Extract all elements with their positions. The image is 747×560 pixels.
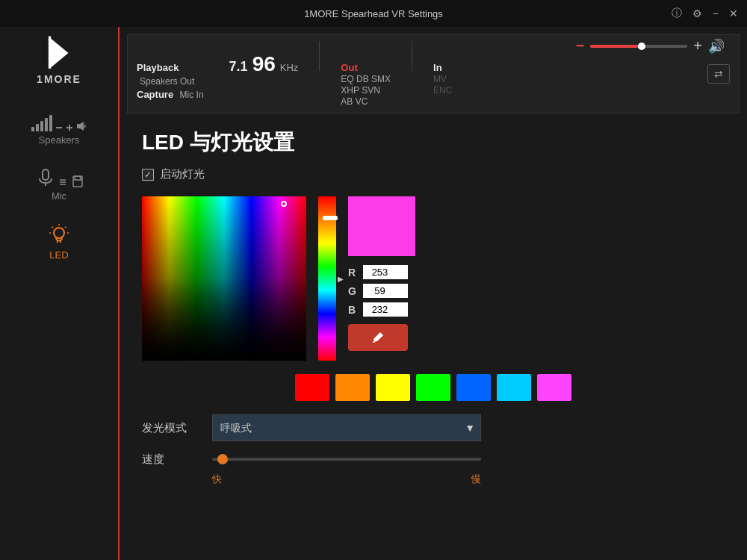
mode-select-wrap: 呼吸式 常亮 渐变 闪烁 ▼ bbox=[212, 414, 481, 441]
mic-save-icon bbox=[72, 175, 83, 187]
hue-thumb bbox=[323, 216, 338, 220]
speakers-icon-area bbox=[31, 113, 87, 131]
mic-icon bbox=[35, 167, 56, 187]
logo-icon bbox=[40, 34, 78, 72]
content-area: Playback Speakers Out Capture Mic In 7.1… bbox=[120, 27, 747, 560]
volume-minus[interactable]: − bbox=[576, 37, 585, 55]
apply-color-button[interactable] bbox=[348, 324, 408, 351]
gear-icon[interactable]: ⚙ bbox=[692, 7, 702, 19]
playback-label: Playback bbox=[137, 62, 179, 73]
logo-text: 1MORE bbox=[37, 73, 81, 85]
speaker-small-icon bbox=[76, 121, 87, 131]
color-controls: R G B bbox=[348, 196, 415, 351]
page-title: LED 与灯光设置 bbox=[142, 128, 725, 157]
sidebar-item-speakers[interactable]: Speakers bbox=[0, 100, 118, 153]
svg-marker-6 bbox=[80, 122, 84, 131]
mode-label: 发光模式 bbox=[142, 421, 202, 435]
led-icon bbox=[47, 223, 71, 246]
window-controls: ⓘ ⚙ − ✕ bbox=[672, 7, 738, 20]
playback-section: Playback Speakers Out Capture Mic In bbox=[137, 60, 204, 101]
svg-line-21 bbox=[52, 227, 54, 228]
swatch-yellow[interactable] bbox=[376, 374, 410, 401]
speed-track[interactable] bbox=[212, 458, 481, 461]
svg-point-15 bbox=[54, 228, 64, 238]
sidebar: 1MORE Speakers bbox=[0, 27, 120, 560]
swatch-red[interactable] bbox=[295, 374, 329, 401]
r-label: R bbox=[348, 267, 359, 279]
sidebar-item-led-label: LED bbox=[49, 249, 68, 261]
speed-slider-wrap bbox=[212, 452, 481, 467]
volume-plus[interactable]: + bbox=[693, 37, 702, 55]
sidebar-item-mic-label: Mic bbox=[52, 190, 66, 202]
volume-control: − + 🔊 bbox=[576, 37, 725, 55]
info-icon[interactable]: ⓘ bbox=[672, 7, 682, 20]
app-title: 1MORE Spearhead VR Settings bbox=[304, 8, 443, 19]
plus-icon bbox=[66, 124, 73, 131]
close-icon[interactable]: ✕ bbox=[729, 7, 738, 19]
mic-icon-area bbox=[35, 167, 83, 187]
sidebar-item-led[interactable]: LED bbox=[0, 209, 118, 268]
volume-slider[interactable] bbox=[590, 45, 687, 48]
minus-icon bbox=[55, 124, 63, 131]
svg-rect-1 bbox=[49, 37, 51, 69]
swap-button[interactable]: ⇄ bbox=[707, 64, 730, 84]
out-section: Out EQ DB SMX XHP SVN AB VC bbox=[341, 62, 391, 107]
r-row: R bbox=[348, 265, 408, 279]
header-divider bbox=[319, 41, 320, 71]
sidebar-item-mic[interactable]: Mic bbox=[0, 153, 118, 209]
logo-area: 1MORE bbox=[37, 34, 81, 85]
gradient-picker[interactable] bbox=[142, 196, 306, 361]
color-picker-area: ▶ R G B bbox=[142, 196, 725, 361]
speed-label: 速度 bbox=[142, 452, 202, 467]
swatch-cyan[interactable] bbox=[497, 374, 531, 401]
hue-bar bbox=[318, 196, 336, 361]
speakers-out-label: Speakers Out bbox=[137, 74, 204, 87]
g-label: G bbox=[348, 285, 359, 297]
swatch-blue[interactable] bbox=[456, 374, 491, 401]
enable-label: 启动灯光 bbox=[160, 167, 205, 181]
svg-marker-0 bbox=[49, 37, 68, 69]
speaker-bars-icon bbox=[31, 113, 52, 131]
minimize-icon[interactable]: − bbox=[713, 7, 719, 19]
speed-slow-label: 慢 bbox=[471, 473, 481, 486]
speed-labels: 快 慢 bbox=[212, 473, 481, 486]
page-body: LED 与灯光设置 启动灯光 ▶ bbox=[120, 113, 747, 560]
b-row: B bbox=[348, 302, 408, 317]
enable-checkbox[interactable] bbox=[142, 169, 154, 181]
header-left: Playback Speakers Out Capture Mic In 7.1… bbox=[137, 41, 452, 107]
led-icon-area bbox=[47, 223, 71, 246]
swatch-orange[interactable] bbox=[335, 374, 370, 401]
picker-cursor bbox=[281, 201, 287, 207]
hue-slider[interactable]: ▶ bbox=[318, 196, 336, 361]
b-input[interactable] bbox=[363, 302, 408, 317]
mode-row: 发光模式 呼吸式 常亮 渐变 闪烁 ▼ bbox=[142, 414, 725, 441]
swatch-green[interactable] bbox=[416, 374, 450, 401]
sidebar-item-speakers-label: Speakers bbox=[39, 134, 80, 146]
header-row1: Playback Speakers Out Capture Mic In 7.1… bbox=[137, 41, 452, 107]
hue-arrow: ▶ bbox=[338, 275, 344, 283]
color-preview bbox=[348, 196, 415, 256]
in-section: In MV ENC bbox=[433, 62, 452, 96]
titlebar: 1MORE Spearhead VR Settings ⓘ ⚙ − ✕ bbox=[0, 0, 747, 27]
header-divider2 bbox=[412, 41, 412, 71]
r-input[interactable] bbox=[363, 265, 408, 279]
capture-section: Capture Mic In bbox=[137, 87, 204, 101]
speaker-volume-icon: 🔊 bbox=[708, 38, 725, 55]
svg-line-19 bbox=[65, 227, 66, 228]
enable-row[interactable]: 启动灯光 bbox=[142, 167, 725, 181]
mode-select[interactable]: 呼吸式 常亮 渐变 闪烁 bbox=[212, 414, 481, 441]
speed-thumb[interactable] bbox=[217, 454, 228, 464]
sample-rate-section: 7.1 96 KHz bbox=[229, 54, 299, 75]
g-input[interactable] bbox=[363, 284, 408, 298]
swatch-magenta[interactable] bbox=[537, 374, 571, 401]
speed-row: 速度 bbox=[142, 452, 725, 467]
svg-marker-14 bbox=[78, 176, 81, 178]
color-swatches bbox=[142, 374, 725, 401]
pencil-icon bbox=[371, 331, 385, 344]
main-layout: 1MORE Speakers bbox=[0, 27, 747, 560]
speed-fast-label: 快 bbox=[212, 473, 222, 486]
svg-rect-5 bbox=[77, 124, 80, 128]
mic-lines-icon bbox=[59, 177, 69, 187]
svg-rect-7 bbox=[43, 169, 49, 180]
b-label: B bbox=[348, 304, 359, 316]
